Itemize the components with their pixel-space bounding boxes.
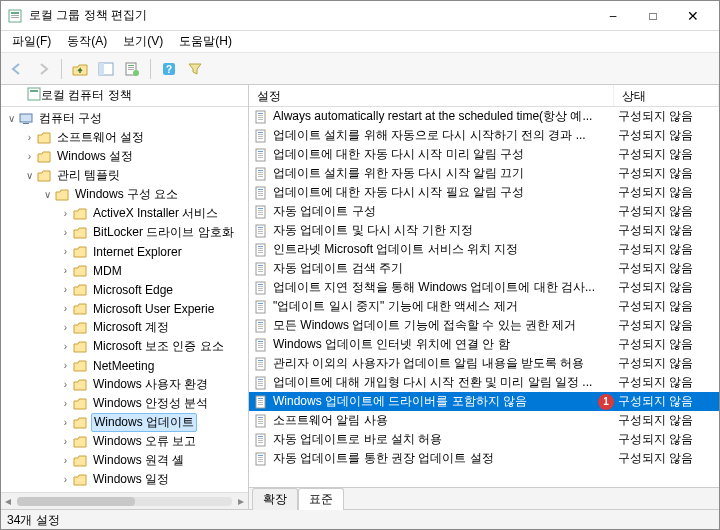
tree-node-windows-settings[interactable]: › Windows 설정 <box>1 147 248 166</box>
tree-node-software-settings[interactable]: › 소프트웨어 설정 <box>1 128 248 147</box>
svg-rect-46 <box>258 214 263 215</box>
svg-rect-5 <box>99 63 104 75</box>
svg-rect-44 <box>258 210 263 211</box>
tree-node-leaf[interactable]: ›NetMeeting <box>1 356 248 375</box>
horizontal-scrollbar[interactable]: ◂ ▸ <box>1 492 248 509</box>
filter-button[interactable] <box>183 57 207 81</box>
tree-node-leaf[interactable]: ›Microsoft 보조 인증 요소 <box>1 337 248 356</box>
twisty-icon[interactable]: › <box>59 473 72 486</box>
twisty-icon[interactable]: ∨ <box>5 112 18 125</box>
show-hide-tree-button[interactable] <box>94 57 118 81</box>
list-item-state: 구성되지 않음 <box>614 241 719 258</box>
list-item[interactable]: 업데이트에 대한 자동 다시 시작 필요 알림 구성구성되지 않음 <box>249 183 719 202</box>
nav-forward-button[interactable] <box>31 57 55 81</box>
twisty-icon[interactable]: › <box>59 264 72 277</box>
tree-node-leaf[interactable]: ›Windows 일정 <box>1 470 248 489</box>
twisty-icon[interactable]: › <box>59 302 72 315</box>
tree-node-leaf[interactable]: ›Internet Explorer <box>1 242 248 261</box>
tab-extended[interactable]: 확장 <box>252 488 298 510</box>
list-item[interactable]: 자동 업데이트 구성구성되지 않음 <box>249 202 719 221</box>
tree-node-leaf[interactable]: ›Windows 사용자 환경 <box>1 375 248 394</box>
tree-node-label: Internet Explorer <box>91 245 184 259</box>
twisty-icon[interactable]: › <box>59 435 72 448</box>
list-item-label: 모든 Windows 업데이트 기능에 접속할 수 있는 권한 제거 <box>273 317 614 334</box>
folder-icon <box>72 339 88 355</box>
twisty-icon[interactable]: › <box>59 340 72 353</box>
list-item[interactable]: "업데이트 일시 중지" 기능에 대한 액세스 제거구성되지 않음 <box>249 297 719 316</box>
list-item[interactable]: 자동 업데이트를 통한 권장 업데이트 설정구성되지 않음 <box>249 449 719 468</box>
list-item[interactable]: 인트라넷 Microsoft 업데이트 서비스 위치 지정구성되지 않음 <box>249 240 719 259</box>
twisty-icon[interactable]: › <box>59 454 72 467</box>
svg-rect-7 <box>128 65 134 66</box>
list-item-state: 구성되지 않음 <box>614 184 719 201</box>
menu-help[interactable]: 도움말(H) <box>172 31 239 52</box>
list-item[interactable]: Always automatically restart at the sche… <box>249 107 719 126</box>
list-item[interactable]: 자동 업데이트로 바로 설치 허용구성되지 않음 <box>249 430 719 449</box>
close-button[interactable]: ✕ <box>673 2 713 30</box>
list-item[interactable]: 업데이트에 대해 개입형 다시 시작 전환 및 미리 알림 일정 ...구성되지… <box>249 373 719 392</box>
list-item[interactable]: 자동 업데이트 및 다시 시작 기한 지정구성되지 않음 <box>249 221 719 240</box>
menu-view[interactable]: 보기(V) <box>116 31 170 52</box>
twisty-icon[interactable]: › <box>23 131 36 144</box>
tree-node-label: Microsoft User Experie <box>91 302 216 316</box>
up-level-button[interactable] <box>68 57 92 81</box>
properties-button[interactable] <box>120 57 144 81</box>
policy-setting-icon <box>253 147 269 163</box>
list-item[interactable]: 관리자 이외의 사용자가 업데이트 알림 내용을 받도록 허용구성되지 않음 <box>249 354 719 373</box>
tree-node-leaf[interactable]: ›ActiveX Installer 서비스 <box>1 204 248 223</box>
tree-node-leaf[interactable]: ›Microsoft Edge <box>1 280 248 299</box>
tab-standard[interactable]: 표준 <box>298 488 344 510</box>
tree-node-admin-templates[interactable]: ∨ 관리 템플릿 <box>1 166 248 185</box>
svg-rect-100 <box>258 421 263 422</box>
twisty-icon[interactable]: › <box>59 397 72 410</box>
tree-node-leaf[interactable]: ›Microsoft User Experie <box>1 299 248 318</box>
twisty-icon[interactable]: › <box>59 207 72 220</box>
twisty-icon[interactable]: › <box>59 245 72 258</box>
twisty-icon[interactable]: › <box>23 150 36 163</box>
menu-file[interactable]: 파일(F) <box>5 31 58 52</box>
column-header-state[interactable]: 상태 <box>614 85 719 106</box>
list-item[interactable]: 자동 업데이트 검색 주기구성되지 않음 <box>249 259 719 278</box>
twisty-icon[interactable]: › <box>59 283 72 296</box>
tree-node-leaf[interactable]: ›Windows 업데이트 <box>1 413 248 432</box>
list-item[interactable]: 소프트웨어 알림 사용구성되지 않음 <box>249 411 719 430</box>
column-header-setting[interactable]: 설정 <box>249 85 614 106</box>
list-item[interactable]: 업데이트 설치를 위해 자동으로 다시 시작하기 전의 경과 ...구성되지 않… <box>249 126 719 145</box>
twisty-icon[interactable]: › <box>59 416 72 429</box>
list-item[interactable]: Windows 업데이트 인터넷 위치에 연결 안 함구성되지 않음 <box>249 335 719 354</box>
twisty-icon[interactable]: › <box>59 321 72 334</box>
folder-icon <box>72 301 88 317</box>
tree-node-computer-config[interactable]: ∨ 컴퓨터 구성 <box>1 109 248 128</box>
maximize-button[interactable]: □ <box>633 2 673 30</box>
list-item[interactable]: 업데이트 설치를 위한 자동 다시 시작 알림 끄기구성되지 않음 <box>249 164 719 183</box>
twisty-icon[interactable]: › <box>59 226 72 239</box>
tree-node-leaf[interactable]: ›Microsoft 계정 <box>1 318 248 337</box>
list-item[interactable]: 업데이트 지연 정책을 통해 Windows 업데이트에 대한 검사...구성되… <box>249 278 719 297</box>
tree-node-label: Microsoft 계정 <box>91 319 171 336</box>
tree-node-leaf[interactable]: ›Windows 오류 보고 <box>1 432 248 451</box>
tree-node-leaf[interactable]: ›Windows 원격 셸 <box>1 451 248 470</box>
list-item[interactable]: 업데이트에 대한 자동 다시 시작 미리 알림 구성구성되지 않음 <box>249 145 719 164</box>
tree-body[interactable]: ∨ 컴퓨터 구성 › 소프트웨어 설정 › Windows 설정 ∨ 관리 템플… <box>1 107 248 492</box>
tree-node-leaf[interactable]: ›BitLocker 드라이브 암호화 <box>1 223 248 242</box>
list-item[interactable]: 모든 Windows 업데이트 기능에 접속할 수 있는 권한 제거구성되지 않… <box>249 316 719 335</box>
menu-action[interactable]: 동작(A) <box>60 31 114 52</box>
tree-node-leaf[interactable]: ›MDM <box>1 261 248 280</box>
tree-node-windows-components[interactable]: ∨ Windows 구성 요소 <box>1 185 248 204</box>
twisty-icon[interactable]: › <box>59 359 72 372</box>
twisty-icon[interactable]: ∨ <box>41 188 54 201</box>
nav-back-button[interactable] <box>5 57 29 81</box>
tree-node-leaf[interactable]: ›Windows 안정성 분석 <box>1 394 248 413</box>
svg-rect-25 <box>258 136 263 137</box>
titlebar: 로컬 그룹 정책 편집기 – □ ✕ <box>1 1 719 31</box>
list-body[interactable]: Always automatically restart at the sche… <box>249 107 719 487</box>
twisty-icon[interactable]: ∨ <box>23 169 36 182</box>
help-button[interactable]: ? <box>157 57 181 81</box>
svg-rect-18 <box>258 113 263 114</box>
minimize-button[interactable]: – <box>593 2 633 30</box>
twisty-icon[interactable]: › <box>59 378 72 391</box>
svg-rect-98 <box>258 417 263 418</box>
svg-rect-76 <box>258 328 263 329</box>
list-item[interactable]: Windows 업데이트에 드라이버를 포함하지 않음1구성되지 않음 <box>249 392 719 411</box>
status-text: 34개 설정 <box>7 513 60 527</box>
